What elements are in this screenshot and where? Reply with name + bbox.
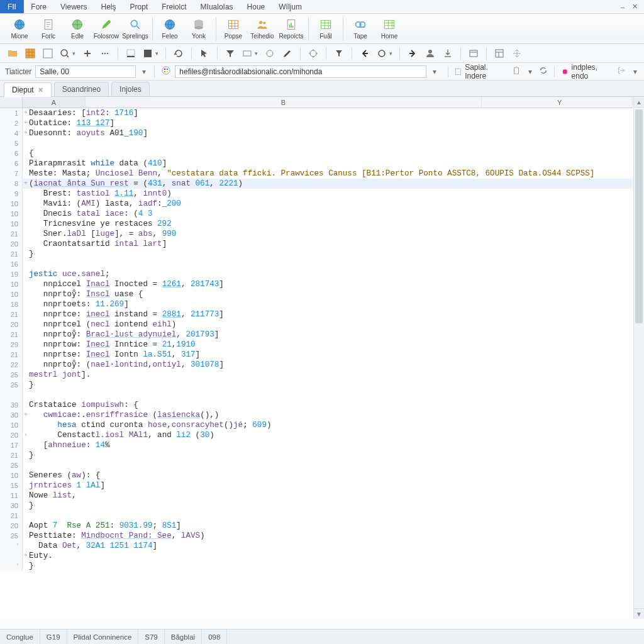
code-row[interactable]: 18 nnprtoets: 11.269]	[0, 299, 633, 309]
code-row[interactable]: 10Seneres (aw): {	[0, 470, 633, 480]
code-row[interactable]: 21 nnprtse: Inecl Iontn la.S51, 317]	[0, 350, 633, 360]
code-cell[interactable]: Data Oet, 32A1 1251 1174]	[29, 541, 633, 551]
code-row[interactable]: 2+Outatice: 113 127]	[0, 118, 633, 128]
scroll-thumb[interactable]	[635, 109, 643, 323]
ribbon-edle[interactable]: Edle	[63, 15, 92, 43]
code-cell[interactable]: Seneres (aw): {	[29, 470, 633, 480]
dots-icon[interactable]	[97, 47, 113, 60]
code-row[interactable]: 4+Duesonnt: aoyuts A01_190]	[0, 128, 633, 138]
code-row[interactable]	[0, 390, 633, 400]
code-cell[interactable]: Crstataice iompuiswh: {	[29, 400, 633, 410]
status-cell-3[interactable]: S79	[138, 630, 164, 644]
ribbon-mione[interactable]: Mione	[5, 15, 34, 43]
name-box-dropdown-icon[interactable]: ▾	[140, 67, 148, 76]
name-box[interactable]: Salle, 00	[35, 65, 136, 78]
plus-icon[interactable]	[80, 47, 95, 60]
sync-icon[interactable]	[539, 66, 548, 77]
code-row[interactable]: 21 nnprtce: inecl instand = 2881, 211773…	[0, 309, 633, 319]
ribbon-home[interactable]: Home	[375, 15, 404, 43]
arrow-left-icon[interactable]	[357, 47, 372, 60]
status-cell-1[interactable]: G19	[40, 630, 67, 644]
code-cell[interactable]: Brest: tastiol 1.11, innt0)	[29, 189, 633, 199]
ribbon-folosrow[interactable]: Folosrow	[92, 15, 121, 43]
code-cell[interactable]: nnprtcel (necl iontend eihl)	[29, 319, 633, 330]
code-cell[interactable]: Mavii: (AMI) lasta, iadf:_200	[29, 199, 633, 209]
code-row[interactable]: 6{	[0, 148, 633, 158]
code-row[interactable]: 19jestic uce.sanel;	[0, 269, 633, 279]
tab-soandrineo[interactable]: Soandrineo	[54, 82, 109, 96]
code-row[interactable]: 39Crstataice iompuiswh: {	[0, 400, 633, 410]
table-outline-icon[interactable]	[40, 47, 55, 60]
code-row[interactable]: 6Piarapmrasit while data (410]	[0, 158, 633, 169]
code-cell[interactable]: mestrl jont].	[29, 370, 633, 380]
code-row[interactable]: 25	[0, 460, 633, 470]
layout-icon[interactable]	[492, 47, 507, 60]
border-bottom-icon[interactable]	[123, 47, 138, 60]
tab-close-icon[interactable]: ✕	[38, 86, 43, 94]
status-cell-2[interactable]: Plidal Conninence	[67, 630, 139, 644]
window-icon[interactable]	[466, 47, 481, 60]
code-row[interactable]: 20‹ Censtactl.iosl MAl1, and li2 (30)	[0, 430, 633, 440]
code-row[interactable]: 22 nnprtoẙ: (nael·lontind,ontiyl, 301078…	[0, 360, 633, 370]
code-row[interactable]: '}	[0, 561, 633, 571]
code-cell[interactable]: }	[29, 380, 633, 390]
code-row[interactable]: 10 nnprtoẙ: Inscl uase {	[0, 289, 633, 299]
arrow-right-icon[interactable]	[405, 47, 420, 60]
code-cell[interactable]: [ahnneiue: 14%	[29, 440, 633, 450]
code-row[interactable]: 16	[0, 259, 633, 269]
code-row[interactable]: 8+(iacnat ånta Sun rest = (431, snat 061…	[0, 179, 633, 189]
menu-item-7[interactable]: Wíljum	[272, 0, 309, 13]
code-cell[interactable]: nnprtoẙ: Bracl·lust adynuiel, 201793]	[29, 330, 633, 340]
code-row[interactable]: 20Aopt 7 Rse A 251: 9031.99; 8S1]	[0, 521, 633, 531]
ribbon-forlc[interactable]: Forlc	[34, 15, 63, 43]
doc-chip[interactable]: Sapial. Indere	[454, 63, 507, 80]
scroll-down-icon[interactable]: ▼	[634, 608, 644, 619]
code-row[interactable]: 9 Brest: tastiol 1.11, innt0)	[0, 189, 633, 199]
code-cell[interactable]: nnpiccel Inacl Inocted = 1261, 281743]	[29, 279, 633, 289]
code-cell[interactable]	[29, 460, 633, 470]
menu-item-1[interactable]: Viewers	[53, 0, 94, 13]
code-row[interactable]: 25Pesttiate: Mindbocnt Pand: See, lAVS)	[0, 531, 633, 541]
code-row[interactable]: 10 Dnecis tatal iace: (4 3	[0, 209, 633, 219]
pointer-icon[interactable]	[197, 47, 212, 60]
code-cell[interactable]: nnprtoets: 11.269]	[29, 299, 633, 309]
code-row[interactable]: +Euty.	[0, 551, 633, 561]
vertical-scrollbar[interactable]: ▲ ▼	[633, 97, 644, 619]
code-row[interactable]: 10 Tricnesvine ye restaces 292	[0, 219, 633, 229]
code-cell[interactable]: jestic uce.sanel;	[29, 269, 633, 279]
status-cell-4[interactable]: Bågblai	[165, 630, 202, 644]
code-row[interactable]: 21}	[0, 249, 633, 259]
ribbon-yonk[interactable]: Yonk	[184, 15, 213, 43]
close-icon[interactable]: ✕	[632, 3, 638, 11]
code-cell[interactable]: }	[29, 450, 633, 460]
circle-icon[interactable]	[262, 47, 277, 60]
code-cell[interactable]: Nowe list,	[29, 491, 633, 501]
ribbon-sprelings[interactable]: Sprelings	[121, 15, 150, 43]
menu-item-2[interactable]: Helş	[94, 0, 123, 13]
code-cell[interactable]: Duesonnt: aoyuts A01_190]	[29, 128, 633, 138]
code-cell[interactable]: }	[29, 561, 633, 571]
code-cell[interactable]: nnprtoẙ: (nael·lontind,ontiyl, 301078]	[29, 360, 633, 370]
code-row[interactable]: 29 nnprtow: Inecl Inntice = 21,1910	[0, 340, 633, 350]
code-cell[interactable]	[29, 390, 633, 400]
col-hdr-y[interactable]: Y	[482, 97, 633, 108]
code-cell[interactable]: Sner.laDl [luge], = abs, 990	[29, 229, 633, 239]
code-cell[interactable]: Tricnesvine ye restaces 292	[29, 219, 633, 229]
move-icon[interactable]	[509, 47, 525, 60]
code-cell[interactable]: {	[29, 148, 633, 158]
code-row[interactable]: 21 Sner.laDl [luge], = abs, 990	[0, 229, 633, 239]
code-cell[interactable]: Censtactl.iosl MAl1, and li2 (30)	[29, 430, 633, 440]
url-box[interactable]: hefiles@ntisåorodilabsionalic.con/mihond…	[175, 65, 426, 78]
code-row[interactable]: 17 [ahnneiue: 14%	[0, 440, 633, 450]
code-row[interactable]: 21 nnprtoẙ: Bracl·lust adynuiel, 201793]	[0, 330, 633, 340]
url-dropdown-icon[interactable]: ▾	[430, 67, 438, 76]
code-row[interactable]: 25mestrl jont].	[0, 370, 633, 380]
scroll-up-icon[interactable]: ▲	[634, 97, 644, 108]
code-cell[interactable]: Euty.	[29, 551, 633, 561]
menu-item-6[interactable]: Houe	[240, 0, 272, 13]
code-row[interactable]: 20 nnprtcel (necl iontend eihl)	[0, 319, 633, 330]
code-cell[interactable]: Pesttiate: Mindbocnt Pand: See, lAVS)	[29, 531, 633, 541]
code-cell[interactable]: nnprtoẙ: Inscl uase {	[29, 289, 633, 299]
exit-icon[interactable]	[617, 66, 626, 77]
ribbon-popse[interactable]: Popse	[219, 15, 248, 43]
